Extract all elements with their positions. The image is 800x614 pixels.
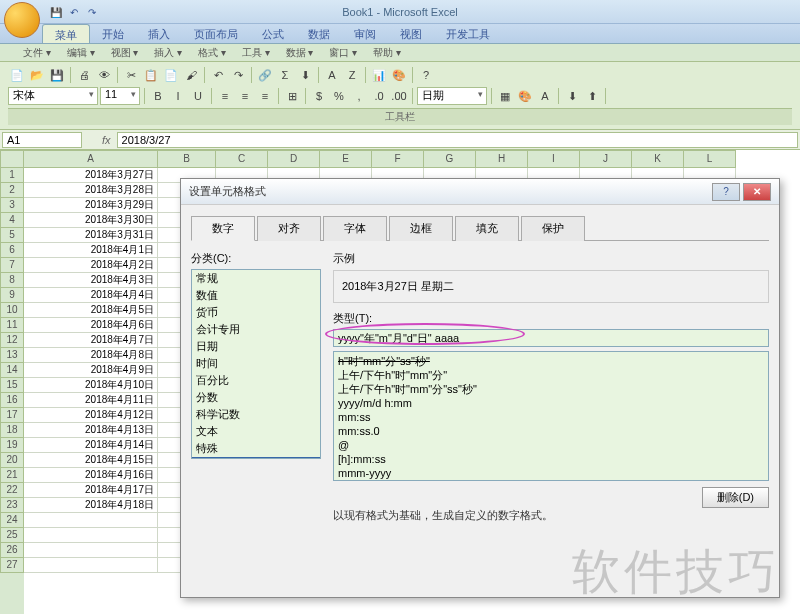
toolbar-button[interactable]: , <box>350 87 368 105</box>
cell[interactable] <box>24 543 158 558</box>
row-header[interactable]: 10 <box>0 303 24 318</box>
toolbar-button[interactable]: ✂ <box>122 66 140 84</box>
row-header[interactable]: 27 <box>0 558 24 573</box>
toolbar-button[interactable]: 🖨 <box>75 66 93 84</box>
toolbar-button[interactable]: ≡ <box>236 87 254 105</box>
toolbar-button[interactable]: A <box>323 66 341 84</box>
toolbar-button[interactable]: Σ <box>276 66 294 84</box>
cell[interactable]: 2018年4月18日 <box>24 498 158 513</box>
category-item[interactable]: 文本 <box>192 423 320 440</box>
dialog-tab[interactable]: 填充 <box>455 216 519 241</box>
toolbar-button[interactable]: ↷ <box>229 66 247 84</box>
row-header[interactable]: 3 <box>0 198 24 213</box>
close-button[interactable]: ✕ <box>743 183 771 201</box>
category-item[interactable]: 特殊 <box>192 440 320 457</box>
toolbar-button[interactable]: 📂 <box>28 66 46 84</box>
format-item[interactable]: [h]:mm:ss <box>336 452 766 466</box>
delete-button[interactable]: 删除(D) <box>702 487 769 508</box>
menu-item[interactable]: 插入 ▾ <box>146 44 190 61</box>
row-header[interactable]: 2 <box>0 183 24 198</box>
format-item[interactable]: 上午/下午h"时"mm"分" <box>336 368 766 382</box>
column-header[interactable]: E <box>320 150 372 168</box>
fx-icon[interactable]: fx <box>102 134 111 146</box>
menu-item[interactable]: 帮助 ▾ <box>365 44 409 61</box>
column-header[interactable]: D <box>268 150 320 168</box>
column-header[interactable]: K <box>632 150 684 168</box>
column-header[interactable]: I <box>528 150 580 168</box>
cell[interactable]: 2018年3月28日 <box>24 183 158 198</box>
category-item[interactable]: 时间 <box>192 355 320 372</box>
ribbon-tab[interactable]: 插入 <box>136 24 182 43</box>
cell[interactable]: 2018年4月14日 <box>24 438 158 453</box>
dialog-tab[interactable]: 字体 <box>323 216 387 241</box>
toolbar-button[interactable]: 🔗 <box>256 66 274 84</box>
ribbon-tab[interactable]: 菜单 <box>42 24 90 43</box>
category-item[interactable]: 数值 <box>192 287 320 304</box>
office-button[interactable] <box>4 2 40 38</box>
toolbar-button[interactable]: 🎨 <box>516 87 534 105</box>
column-header[interactable]: L <box>684 150 736 168</box>
category-item[interactable]: 常规 <box>192 270 320 287</box>
dialog-tab[interactable]: 对齐 <box>257 216 321 241</box>
dialog-tab[interactable]: 边框 <box>389 216 453 241</box>
category-item[interactable]: 日期 <box>192 338 320 355</box>
ribbon-tab[interactable]: 数据 <box>296 24 342 43</box>
toolbar-button[interactable]: ? <box>417 66 435 84</box>
cell[interactable]: 2018年4月8日 <box>24 348 158 363</box>
row-header[interactable]: 4 <box>0 213 24 228</box>
toolbar-button[interactable]: A <box>536 87 554 105</box>
row-header[interactable]: 21 <box>0 468 24 483</box>
row-header[interactable]: 17 <box>0 408 24 423</box>
row-header[interactable]: 15 <box>0 378 24 393</box>
cell[interactable]: 2018年4月16日 <box>24 468 158 483</box>
toolbar-button[interactable]: 💾 <box>48 66 66 84</box>
cell[interactable] <box>24 558 158 573</box>
row-header[interactable]: 11 <box>0 318 24 333</box>
row-header[interactable]: 24 <box>0 513 24 528</box>
format-item[interactable]: 上午/下午h"时"mm"分"ss"秒" <box>336 382 766 396</box>
ribbon-tab[interactable]: 开始 <box>90 24 136 43</box>
row-header[interactable]: 6 <box>0 243 24 258</box>
toolbar-button[interactable]: ≡ <box>256 87 274 105</box>
column-header[interactable]: H <box>476 150 528 168</box>
cell[interactable] <box>24 528 158 543</box>
row-header[interactable]: 19 <box>0 438 24 453</box>
cell[interactable]: 2018年4月13日 <box>24 423 158 438</box>
select-all-corner[interactable] <box>0 150 24 168</box>
format-item[interactable]: @ <box>336 438 766 452</box>
toolbar-button[interactable]: U <box>189 87 207 105</box>
toolbar-button[interactable]: $ <box>310 87 328 105</box>
row-header[interactable]: 9 <box>0 288 24 303</box>
column-header[interactable]: B <box>158 150 216 168</box>
cell[interactable]: 2018年4月3日 <box>24 273 158 288</box>
menu-item[interactable]: 数据 ▾ <box>278 44 322 61</box>
cell[interactable]: 2018年3月30日 <box>24 213 158 228</box>
ribbon-tab[interactable]: 视图 <box>388 24 434 43</box>
category-item[interactable]: 自定义 <box>192 457 320 459</box>
toolbar-button[interactable]: 👁 <box>95 66 113 84</box>
toolbar-button[interactable]: ≡ <box>216 87 234 105</box>
category-item[interactable]: 百分比 <box>192 372 320 389</box>
toolbar-button[interactable]: 🖌 <box>182 66 200 84</box>
format-item[interactable]: mm:ss.0 <box>336 424 766 438</box>
dialog-tab[interactable]: 数字 <box>191 216 255 241</box>
toolbar-button[interactable]: .00 <box>390 87 408 105</box>
cell[interactable]: 2018年4月5日 <box>24 303 158 318</box>
row-header[interactable]: 25 <box>0 528 24 543</box>
cell[interactable]: 2018年3月27日 <box>24 168 158 183</box>
qat-button[interactable]: ↶ <box>66 4 82 20</box>
row-header[interactable]: 5 <box>0 228 24 243</box>
cell[interactable]: 2018年3月31日 <box>24 228 158 243</box>
cell[interactable]: 2018年4月7日 <box>24 333 158 348</box>
menu-item[interactable]: 格式 ▾ <box>190 44 234 61</box>
row-header[interactable]: 16 <box>0 393 24 408</box>
row-header[interactable]: 26 <box>0 543 24 558</box>
type-input[interactable] <box>333 329 769 347</box>
toolbar-button[interactable]: 📋 <box>142 66 160 84</box>
cell[interactable]: 2018年4月9日 <box>24 363 158 378</box>
column-header[interactable]: C <box>216 150 268 168</box>
cell[interactable] <box>24 513 158 528</box>
qat-button[interactable]: 💾 <box>48 4 64 20</box>
toolbar-button[interactable]: 📄 <box>8 66 26 84</box>
ribbon-tab[interactable]: 开发工具 <box>434 24 502 43</box>
